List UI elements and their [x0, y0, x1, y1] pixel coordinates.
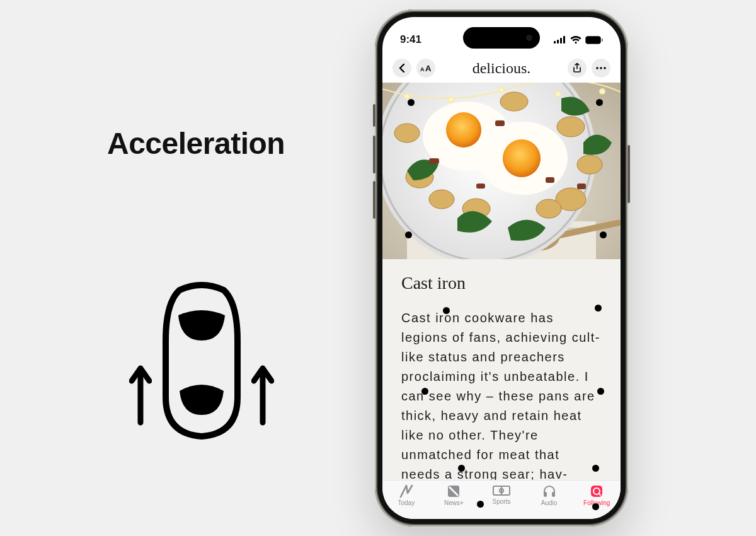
text-settings-button[interactable]: A A [416, 59, 435, 78]
screen: 9:41 [382, 17, 621, 519]
arrow-up-left-icon [129, 359, 152, 429]
audio-icon [542, 484, 556, 498]
arrow-up-right-icon [251, 359, 274, 429]
wifi-icon [570, 36, 581, 44]
chevron-left-icon [399, 64, 405, 73]
article-body: Cast iron Cast iron cookware has legions… [382, 259, 621, 480]
sports-icon [493, 484, 510, 497]
tab-label: Following [583, 499, 610, 506]
acceleration-heading: Acceleration [107, 126, 315, 161]
svg-point-42 [556, 91, 561, 96]
navbar: A A delicious. [382, 54, 621, 83]
svg-point-32 [500, 92, 528, 111]
share-icon [573, 63, 581, 73]
tab-label: News+ [444, 499, 464, 506]
side-button [627, 145, 630, 203]
car-top-icon [161, 277, 243, 441]
svg-rect-4 [560, 38, 562, 44]
svg-point-23 [446, 112, 481, 148]
svg-point-28 [557, 117, 585, 137]
tab-following[interactable]: Following [573, 481, 621, 519]
svg-rect-36 [546, 177, 554, 183]
following-icon [590, 484, 604, 498]
text-size-icon: A A [420, 64, 432, 73]
svg-point-26 [429, 190, 454, 209]
svg-rect-7 [587, 37, 600, 43]
dynamic-island [463, 27, 540, 49]
volume-down-button [373, 181, 375, 219]
svg-rect-48 [544, 492, 547, 497]
svg-point-24 [503, 139, 541, 177]
tab-label: Audio [541, 499, 558, 506]
back-button[interactable] [392, 59, 411, 78]
svg-point-31 [394, 124, 420, 143]
status-time: 9:41 [400, 33, 421, 46]
svg-rect-35 [495, 120, 505, 126]
article-title: Cast iron [401, 273, 602, 293]
battery-icon [585, 36, 603, 44]
volume-up-button [373, 136, 375, 173]
svg-rect-38 [577, 184, 586, 189]
tab-today[interactable]: Today [382, 481, 430, 519]
svg-rect-8 [602, 38, 603, 42]
tab-bar: Today News+ Sports [382, 480, 621, 519]
article-hero-image [382, 83, 621, 259]
svg-text:A: A [420, 66, 425, 73]
tab-label: Today [398, 499, 415, 506]
svg-rect-3 [557, 40, 559, 44]
svg-rect-49 [552, 492, 555, 497]
svg-rect-2 [554, 41, 556, 44]
svg-rect-37 [476, 184, 485, 189]
tab-label: Sports [493, 498, 511, 505]
svg-point-12 [600, 67, 602, 69]
svg-point-40 [449, 97, 454, 102]
ellipsis-icon [596, 67, 606, 69]
svg-rect-34 [429, 158, 439, 164]
svg-rect-5 [563, 36, 565, 44]
svg-point-13 [604, 67, 606, 69]
tab-sports[interactable]: Sports [478, 481, 525, 519]
car-acceleration-icon [113, 277, 290, 454]
tab-newsplus[interactable]: News+ [430, 481, 478, 519]
svg-point-33 [536, 199, 561, 218]
more-button[interactable] [592, 59, 610, 78]
svg-point-41 [499, 88, 504, 93]
brand-title: delicious. [435, 60, 568, 77]
cellular-icon [554, 36, 566, 44]
svg-point-29 [577, 155, 602, 174]
today-icon [399, 484, 414, 498]
svg-point-43 [600, 89, 605, 94]
status-right [554, 36, 603, 44]
svg-point-11 [596, 67, 598, 69]
content[interactable]: Cast iron Cast iron cookware has legions… [382, 83, 621, 480]
svg-text:A: A [425, 64, 432, 73]
svg-point-39 [404, 94, 410, 99]
share-button[interactable] [568, 59, 587, 78]
left-panel: Acceleration [0, 0, 353, 536]
article-paragraph: Cast iron cookware has legions of fans, … [401, 308, 602, 480]
stage: Acceleration [0, 0, 756, 536]
tab-audio[interactable]: Audio [525, 481, 573, 519]
iphone-mock: 9:41 [375, 9, 628, 527]
newsplus-icon [447, 484, 461, 498]
ringer-switch [373, 104, 375, 127]
